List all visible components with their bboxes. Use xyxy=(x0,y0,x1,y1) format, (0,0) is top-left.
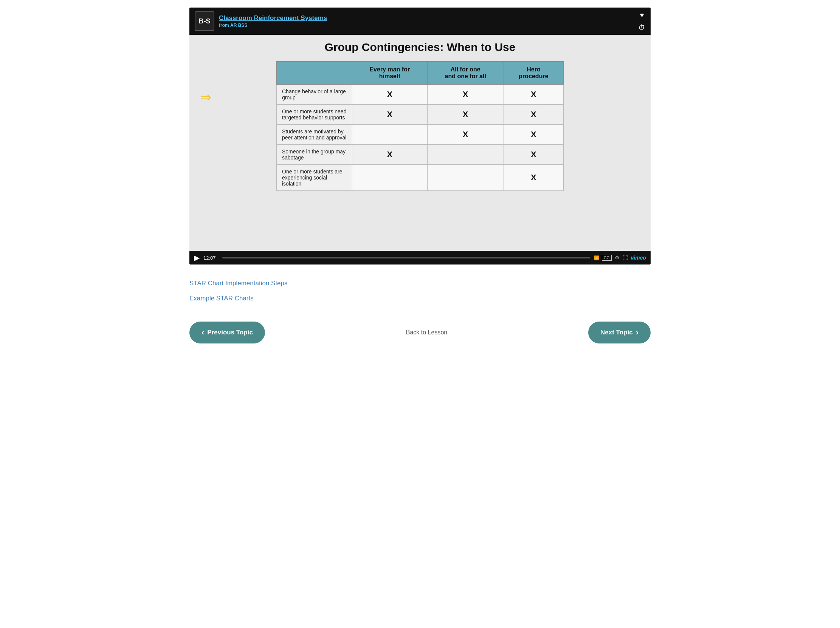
video-header: B-S Classroom Reinforcement Systems from… xyxy=(189,8,651,35)
table-row: One or more students need targeted behav… xyxy=(277,105,564,125)
table-check-col3: X xyxy=(504,85,563,105)
chevron-left-icon: ‹ xyxy=(202,327,204,337)
below-video-section: STAR Chart Implementation StepsExample S… xyxy=(174,264,666,355)
table-check-col1: X xyxy=(352,85,428,105)
slide-title: Group Contingencies: When to Use xyxy=(324,41,515,54)
heart-icon[interactable]: ♥ xyxy=(638,11,645,19)
table-check-col2: X xyxy=(427,85,504,105)
table-check-col3: X xyxy=(504,145,563,165)
table-check-col1 xyxy=(352,125,428,145)
table-row: Students are motivated by peer attention… xyxy=(277,125,564,145)
signal-bars-icon: 📶 xyxy=(594,255,599,260)
table-label-cell: Change behavior of a large group xyxy=(277,85,352,105)
video-title-link[interactable]: Classroom Reinforcement Systems xyxy=(219,14,645,22)
table-header-col2: All for oneand one for all xyxy=(427,61,504,85)
links-container: STAR Chart Implementation StepsExample S… xyxy=(189,280,651,302)
clock-icon[interactable]: ⏱ xyxy=(638,24,645,32)
progress-bar[interactable] xyxy=(222,257,590,258)
table-check-col2 xyxy=(427,145,504,165)
content-link[interactable]: Example STAR Charts xyxy=(189,295,254,302)
video-slide: Group Contingencies: When to Use Every m… xyxy=(189,35,651,251)
play-button[interactable]: ▶ xyxy=(194,253,200,262)
previous-topic-button[interactable]: ‹ Previous Topic xyxy=(189,321,265,343)
table-label-cell: One or more students need targeted behav… xyxy=(277,105,352,125)
table-check-col2: X xyxy=(427,105,504,125)
table-wrapper: Every man forhimself All for oneand one … xyxy=(212,61,628,191)
row-highlight-arrow: ⇒ xyxy=(200,90,211,105)
vimeo-logo: vimeo xyxy=(631,255,646,261)
link-item: Example STAR Charts xyxy=(189,295,651,302)
chevron-right-icon: › xyxy=(636,327,638,337)
next-topic-label: Next Topic xyxy=(600,329,633,336)
time-display: 12:07 xyxy=(204,255,218,261)
table-check-col2: X xyxy=(427,125,504,145)
table-row: Someone in the group may sabotageXX xyxy=(277,145,564,165)
content-link[interactable]: STAR Chart Implementation Steps xyxy=(189,280,288,287)
next-topic-button[interactable]: Next Topic › xyxy=(588,321,651,343)
nav-footer: ‹ Previous Topic Back to Lesson Next Top… xyxy=(189,321,651,343)
table-check-col3: X xyxy=(504,105,563,125)
controls-right: 📶 CC ⚙ ⛶ vimeo xyxy=(594,255,646,261)
cc-button[interactable]: CC xyxy=(602,255,612,261)
table-label-cell: One or more students are experiencing so… xyxy=(277,165,352,191)
contingency-table: Every man forhimself All for oneand one … xyxy=(276,61,564,191)
table-check-col1: X xyxy=(352,105,428,125)
settings-icon[interactable]: ⚙ xyxy=(615,255,620,261)
page-wrapper: B-S Classroom Reinforcement Systems from… xyxy=(174,0,666,264)
previous-topic-label: Previous Topic xyxy=(207,329,253,336)
back-to-lesson-link[interactable]: Back to Lesson xyxy=(406,329,447,336)
brand-logo: B-S xyxy=(195,11,214,31)
table-header-empty xyxy=(277,61,352,85)
divider xyxy=(189,310,651,310)
table-label-cell: Someone in the group may sabotage xyxy=(277,145,352,165)
table-check-col2 xyxy=(427,165,504,191)
table-check-col1 xyxy=(352,165,428,191)
link-item: STAR Chart Implementation Steps xyxy=(189,280,651,287)
video-player: B-S Classroom Reinforcement Systems from… xyxy=(189,8,651,264)
table-header-col3: Heroprocedure xyxy=(504,61,563,85)
video-subtitle: from AR BSS xyxy=(219,23,645,28)
table-label-cell: Students are motivated by peer attention… xyxy=(277,125,352,145)
table-row: Change behavior of a large groupXXX xyxy=(277,85,564,105)
video-controls: ▶ 12:07 📶 CC ⚙ ⛶ vimeo xyxy=(189,251,651,264)
table-check-col1: X xyxy=(352,145,428,165)
fullscreen-icon[interactable]: ⛶ xyxy=(623,255,628,261)
table-header-row: Every man forhimself All for oneand one … xyxy=(277,61,564,85)
table-check-col3: X xyxy=(504,165,563,191)
table-check-col3: X xyxy=(504,125,563,145)
table-header-col1: Every man forhimself xyxy=(352,61,428,85)
video-title-area: Classroom Reinforcement Systems from AR … xyxy=(219,14,645,28)
table-row: One or more students are experiencing so… xyxy=(277,165,564,191)
